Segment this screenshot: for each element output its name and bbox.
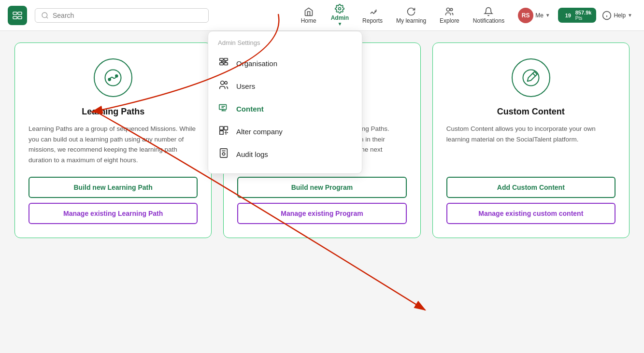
svg-rect-12 bbox=[224, 63, 228, 65]
audit-logs-icon bbox=[218, 148, 229, 161]
dropdown-item-audit-logs[interactable]: Audit logs bbox=[208, 143, 362, 166]
svg-rect-18 bbox=[219, 105, 227, 110]
svg-point-17 bbox=[225, 82, 228, 85]
svg-point-24 bbox=[109, 78, 111, 81]
me-label: Me bbox=[535, 12, 544, 19]
notifications-icon bbox=[484, 7, 493, 16]
points-badge[interactable]: 19 857.9k Pts bbox=[558, 8, 597, 23]
dropdown-title: Admin Settings bbox=[208, 39, 362, 52]
nav-label-my-learning: My learning bbox=[396, 17, 426, 24]
nav-item-explore[interactable]: Explore bbox=[434, 4, 465, 27]
svg-point-6 bbox=[447, 8, 450, 11]
dropdown-item-users[interactable]: Users bbox=[208, 75, 362, 98]
admin-chevron-icon: ▼ bbox=[337, 21, 342, 27]
main-header: Home Admin ▼ Reports My learning Explore… bbox=[0, 0, 644, 31]
svg-rect-1 bbox=[18, 12, 22, 14]
search-input[interactable] bbox=[53, 12, 202, 19]
info-icon bbox=[602, 11, 612, 20]
nav-item-help[interactable]: Help ▼ bbox=[598, 8, 636, 23]
learning-paths-icon bbox=[102, 67, 124, 88]
nav-item-me[interactable]: RS Me ▼ bbox=[512, 5, 556, 26]
points-label: Pts bbox=[575, 15, 582, 21]
manage-program-button[interactable]: Manage existing Program bbox=[237, 203, 406, 224]
dropdown-item-organisation[interactable]: Organisation bbox=[208, 52, 362, 75]
dropdown-item-content[interactable]: Content bbox=[208, 98, 362, 120]
custom-content-icon-wrap bbox=[512, 58, 550, 97]
svg-rect-2 bbox=[13, 16, 17, 19]
svg-point-7 bbox=[450, 8, 453, 11]
me-chevron-icon: ▼ bbox=[545, 13, 550, 18]
admin-dropdown: Admin Settings Organisation Users bbox=[208, 31, 362, 174]
main-nav: Home Admin ▼ Reports My learning Explore… bbox=[294, 1, 636, 29]
nav-item-reports[interactable]: Reports bbox=[357, 4, 388, 27]
help-chevron-icon: ▼ bbox=[628, 13, 632, 18]
svg-rect-11 bbox=[220, 63, 223, 65]
svg-point-22 bbox=[222, 153, 225, 155]
card-custom-content: Custom Content Custom Content allows you… bbox=[432, 42, 630, 238]
build-program-button[interactable]: Build new Program bbox=[237, 177, 406, 198]
level-badge: 19 bbox=[563, 10, 573, 21]
svg-rect-10 bbox=[224, 58, 228, 61]
nav-label-explore: Explore bbox=[440, 17, 459, 24]
svg-point-30 bbox=[523, 70, 539, 86]
reports-icon bbox=[368, 7, 377, 16]
nav-label-home: Home bbox=[301, 17, 316, 24]
svg-rect-20 bbox=[224, 127, 228, 130]
nav-item-home[interactable]: Home bbox=[294, 4, 323, 27]
avatar: RS bbox=[518, 8, 533, 23]
dropdown-label-audit-logs: Audit logs bbox=[236, 150, 268, 158]
dropdown-item-alter-company[interactable]: Alter company bbox=[208, 120, 362, 143]
custom-content-title: Custom Content bbox=[497, 107, 565, 117]
svg-rect-19 bbox=[220, 127, 223, 130]
svg-point-4 bbox=[42, 13, 47, 18]
dropdown-label-organisation: Organisation bbox=[236, 59, 277, 68]
manage-learning-path-button[interactable]: Manage existing Learning Path bbox=[29, 203, 198, 224]
learning-paths-title: Learning Paths bbox=[82, 107, 144, 117]
help-label: Help bbox=[614, 12, 626, 19]
dropdown-label-alter-company: Alter company bbox=[236, 127, 283, 136]
card-learning-paths: Learning Paths Learning Paths are a grou… bbox=[14, 42, 212, 238]
my-learning-icon bbox=[406, 7, 416, 16]
svg-rect-0 bbox=[13, 12, 17, 14]
manage-custom-content-button[interactable]: Manage existing custom content bbox=[446, 203, 615, 224]
points-value: 857.9k bbox=[575, 10, 592, 15]
nav-item-notifications[interactable]: Notifications bbox=[467, 4, 510, 27]
learning-paths-icon-wrap bbox=[94, 58, 132, 97]
nav-label-admin: Admin bbox=[331, 14, 349, 21]
nav-label-notifications: Notifications bbox=[473, 17, 504, 24]
svg-rect-3 bbox=[18, 16, 22, 19]
svg-point-25 bbox=[115, 75, 118, 77]
home-icon bbox=[304, 7, 314, 16]
build-learning-path-button[interactable]: Build new Learning Path bbox=[29, 177, 198, 198]
nav-item-my-learning[interactable]: My learning bbox=[390, 4, 432, 27]
dropdown-label-content: Content bbox=[236, 105, 264, 113]
svg-point-16 bbox=[221, 81, 224, 85]
search-bar[interactable] bbox=[35, 8, 209, 23]
custom-content-desc: Custom Content allows you to incorporate… bbox=[446, 124, 615, 165]
svg-rect-21 bbox=[220, 149, 228, 157]
learning-paths-desc: Learning Paths are a group of sequenced … bbox=[29, 124, 198, 165]
svg-point-5 bbox=[339, 8, 341, 10]
organisation-icon bbox=[218, 57, 229, 70]
alter-company-icon bbox=[218, 125, 229, 138]
search-icon bbox=[41, 12, 49, 19]
admin-icon bbox=[335, 4, 344, 14]
custom-content-icon bbox=[520, 67, 542, 88]
explore-icon bbox=[444, 7, 454, 16]
content-icon bbox=[218, 102, 229, 115]
dropdown-label-users: Users bbox=[236, 82, 255, 90]
logo[interactable] bbox=[8, 6, 27, 25]
svg-rect-9 bbox=[220, 58, 223, 61]
nav-label-reports: Reports bbox=[362, 17, 383, 24]
users-icon bbox=[218, 80, 229, 93]
nav-item-admin[interactable]: Admin ▼ bbox=[325, 1, 355, 29]
add-custom-content-button[interactable]: Add Custom Content bbox=[446, 177, 615, 198]
